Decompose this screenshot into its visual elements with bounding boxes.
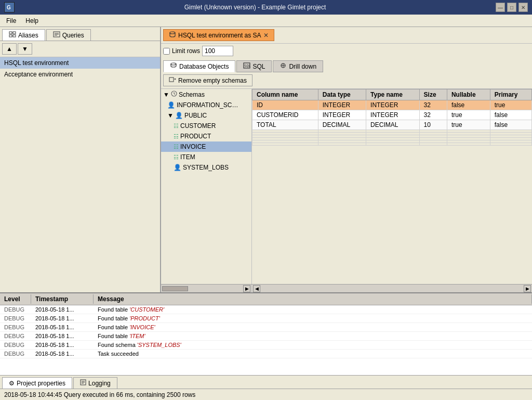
log-icon — [80, 379, 86, 387]
query-icon — [53, 31, 60, 39]
log-col-level: Level — [0, 294, 31, 304]
tree-scroll-thumb[interactable] — [162, 286, 188, 291]
grid-scroll-left[interactable]: ◀ — [253, 285, 260, 292]
cell-tname: INTEGER — [366, 110, 419, 120]
tree-customer[interactable]: ☷ CUSTOMER — [161, 121, 251, 131]
close-button[interactable]: ✕ — [518, 3, 528, 12]
tab-queries-label: Queries — [62, 32, 84, 39]
cell-size: 10 — [419, 120, 447, 130]
list-item: DEBUG 2018-05-18 1... Found table 'PRODU… — [0, 314, 532, 323]
gear-icon: ⚙ — [9, 380, 15, 387]
collapse-icon: ▼ — [163, 91, 169, 98]
tree-scroll-area[interactable]: ▶ — [161, 285, 252, 292]
env-item-hsql[interactable]: HSQL test environment — [0, 57, 160, 69]
main-container: Aliases Queries ▲ ▼ HSQL test environmen… — [0, 27, 532, 400]
tab-drill-down[interactable]: Drill down — [273, 60, 323, 72]
list-item: DEBUG 2018-05-18 1... Found table 'ITEM' — [0, 332, 532, 341]
connection-tab[interactable]: HSQL test environment as SA ✕ — [163, 29, 274, 41]
grid-scroll-right[interactable]: ▶ — [524, 285, 531, 292]
grid-hscroll-area[interactable]: ◀ ▶ — [252, 285, 532, 292]
cell-dtype: INTEGER — [318, 110, 366, 120]
toolbar-tabs: Database Objects SQL SQL Drill down — [161, 58, 532, 72]
svg-rect-3 — [13, 32, 16, 34]
menu-help[interactable]: Help — [21, 16, 43, 25]
table-row — [252, 143, 532, 146]
tab-queries[interactable]: Queries — [46, 29, 91, 41]
alias-icon — [9, 31, 16, 39]
log-header: Level Timestamp Message — [0, 293, 532, 305]
columns-table: Column name Data type Type name Size Nul… — [252, 89, 532, 146]
user-icon: 👤 — [167, 101, 175, 109]
cell-col-name: CUSTOMERID — [252, 110, 318, 120]
status-text: 2018-05-18 10:44:45 Query executed in 66… — [4, 391, 195, 398]
tab-sql[interactable]: SQL SQL — [236, 60, 272, 72]
clock-icon — [171, 91, 177, 98]
window-controls: ― □ ✕ — [496, 3, 528, 12]
svg-rect-5 — [9, 35, 12, 37]
col-header-name: Column name — [252, 89, 318, 100]
table-icon-product: ☷ — [174, 133, 179, 140]
tree-system-lobs[interactable]: 👤 SYSTEM_LOBS — [161, 162, 251, 173]
list-item: DEBUG 2018-05-18 1... Found schema 'SYST… — [0, 341, 532, 350]
col-header-nullable: Nullable — [447, 89, 490, 100]
tree-public[interactable]: ▼ 👤 PUBLIC — [161, 110, 251, 121]
tree-invoice[interactable]: ☷ INVOICE — [161, 141, 251, 152]
tree-product[interactable]: ☷ PRODUCT — [161, 131, 251, 141]
tree-item[interactable]: ☷ ITEM — [161, 152, 251, 162]
tab-database-objects[interactable]: Database Objects — [163, 60, 235, 72]
left-panel: Aliases Queries ▲ ▼ HSQL test environmen… — [0, 27, 161, 292]
limit-rows-checkbox[interactable] — [163, 48, 170, 55]
svg-point-13 — [171, 63, 176, 65]
env-item-acceptance[interactable]: Acceptance environment — [0, 69, 160, 80]
data-grid: Column name Data type Type name Size Nul… — [252, 89, 532, 284]
status-bar: 2018-05-18 10:44:45 Query executed in 66… — [0, 389, 532, 400]
table-row[interactable]: TOTAL DECIMAL DECIMAL 10 true false — [252, 120, 532, 130]
tree-schemas-root[interactable]: ▼ Schemas — [161, 89, 251, 100]
svg-line-24 — [174, 94, 175, 95]
tab-logging-label: Logging — [88, 380, 111, 387]
drill-icon — [280, 62, 287, 70]
environment-list: HSQL test environment Acceptance environ… — [0, 57, 160, 292]
table-icon-customer: ☷ — [174, 123, 179, 130]
tree-information-schema[interactable]: 👤 INFORMATION_SC… — [161, 100, 251, 110]
db-objects-icon — [170, 62, 177, 70]
minimize-button[interactable]: ― — [496, 3, 505, 12]
schema-tree: ▼ Schemas 👤 INFORMATION_SC… ▼ 👤 PUBLIC — [161, 89, 252, 284]
tab-aliases[interactable]: Aliases — [2, 29, 45, 41]
table-icon-invoice: ☷ — [174, 144, 179, 150]
table-row[interactable]: ID INTEGER INTEGER 32 false true — [252, 100, 532, 110]
sql-icon: SQL — [243, 62, 250, 70]
tab-project-properties[interactable]: ⚙ Project properties — [2, 377, 72, 389]
cell-dtype: INTEGER — [318, 100, 366, 110]
svg-point-12 — [170, 32, 175, 34]
table-row[interactable]: CUSTOMERID INTEGER INTEGER 32 true false — [252, 110, 532, 120]
top-section: Aliases Queries ▲ ▼ HSQL test environmen… — [0, 27, 532, 292]
tab-logging[interactable]: Logging — [73, 377, 117, 389]
connection-bar: HSQL test environment as SA ✕ — [161, 27, 532, 44]
menu-file[interactable]: File — [2, 16, 20, 25]
svg-text:G: G — [7, 5, 11, 10]
svg-rect-2 — [9, 32, 12, 34]
limit-rows-input[interactable] — [202, 46, 233, 56]
tab-sql-label: SQL — [252, 63, 265, 70]
tree-scroll-right[interactable]: ▶ — [243, 285, 250, 292]
nav-down-button[interactable]: ▼ — [18, 43, 32, 55]
nav-up-button[interactable]: ▲ — [2, 43, 17, 55]
tab-database-objects-label: Database Objects — [179, 63, 229, 70]
tab-drill-down-label: Drill down — [289, 63, 316, 70]
bottom-section: Level Timestamp Message DEBUG 2018-05-18… — [0, 292, 532, 389]
left-tabs: Aliases Queries — [0, 27, 160, 41]
col-header-tname: Type name — [366, 89, 419, 100]
restore-button[interactable]: □ — [507, 3, 516, 12]
cell-size: 32 — [419, 100, 447, 110]
remove-empty-schemas-button[interactable]: Remove empty schemas — [163, 74, 252, 86]
tab-aliases-label: Aliases — [18, 32, 38, 39]
connection-close-button[interactable]: ✕ — [263, 32, 269, 39]
cell-primary: true — [490, 100, 531, 110]
col-header-primary: Primary — [490, 89, 531, 100]
nav-arrows: ▲ ▼ — [0, 41, 160, 57]
log-col-timestamp: Timestamp — [31, 294, 94, 304]
db-content: ▼ Schemas 👤 INFORMATION_SC… ▼ 👤 PUBLIC — [161, 89, 532, 284]
connection-tab-label: HSQL test environment as SA — [178, 32, 261, 39]
bottom-tabs: ⚙ Project properties Logging — [0, 375, 532, 389]
